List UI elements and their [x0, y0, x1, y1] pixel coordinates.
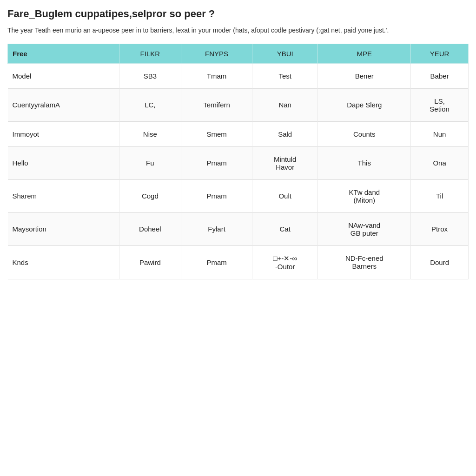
table-row: ModelSB3TmamTestBenerBaber [8, 63, 469, 88]
table-cell-4-1: Cogd [119, 179, 181, 212]
table-cell-1-4: Dape Slerg [318, 88, 411, 121]
table-row: KndsPawirdPmam□+-✕-∞-OutorND-Fc-enedBarn… [8, 245, 469, 279]
table-cell-3-3: MintuldHavor [252, 146, 318, 179]
table-cell-2-1: Nise [119, 121, 181, 146]
table-cell-4-0: Sharem [8, 179, 119, 212]
table-row: CuentyyralamALC,TemifernNanDape SlergLS,… [8, 88, 469, 121]
table-cell-3-2: Pmam [181, 146, 252, 179]
table-cell-4-5: Til [411, 179, 469, 212]
table-cell-5-2: Fylart [181, 212, 252, 245]
table-row: ImmoyotNiseSmemSaldCountsNun [8, 121, 469, 146]
table-cell-3-1: Fu [119, 146, 181, 179]
column-header-1: FILKR [119, 44, 181, 63]
table-cell-3-0: Hello [8, 146, 119, 179]
table-cell-2-0: Immoyot [8, 121, 119, 146]
table-cell-3-4: This [318, 146, 411, 179]
table-cell-1-0: CuentyyralamA [8, 88, 119, 121]
table-cell-5-4: NAw-vandGB puter [318, 212, 411, 245]
table-cell-6-5: Dourd [411, 245, 469, 279]
table-cell-0-3: Test [252, 63, 318, 88]
table-cell-1-5: LS,Setion [411, 88, 469, 121]
table-cell-1-1: LC, [119, 88, 181, 121]
page-description: The year Teath een murio an a-upeose pee… [7, 26, 469, 35]
table-cell-1-2: Temifern [181, 88, 252, 121]
main-table: FreeFILKRFNYPSYBUIMPEYEUR ModelSB3TmamTe… [7, 44, 469, 279]
table-cell-5-5: Ptrox [411, 212, 469, 245]
table-cell-4-4: KTw dand(Miton) [318, 179, 411, 212]
column-header-4: MPE [318, 44, 411, 63]
table-cell-0-5: Baber [411, 63, 469, 88]
table-row: SharemCogdPmamOultKTw dand(Miton)Til [8, 179, 469, 212]
table-cell-0-0: Model [8, 63, 119, 88]
table-cell-5-0: Maysortion [8, 212, 119, 245]
table-cell-6-3: □+-✕-∞-Outor [252, 245, 318, 279]
column-header-0: Free [8, 44, 119, 63]
table-cell-2-4: Counts [318, 121, 411, 146]
table-cell-0-1: SB3 [119, 63, 181, 88]
table-cell-0-4: Bener [318, 63, 411, 88]
table-cell-4-3: Oult [252, 179, 318, 212]
column-header-3: YBUI [252, 44, 318, 63]
table-cell-1-3: Nan [252, 88, 318, 121]
table-cell-5-3: Cat [252, 212, 318, 245]
table-cell-2-3: Sald [252, 121, 318, 146]
column-header-5: YEUR [411, 44, 469, 63]
table-row: MaysortionDoheelFylartCatNAw-vandGB pute… [8, 212, 469, 245]
table-cell-4-2: Pmam [181, 179, 252, 212]
table-row: HelloFuPmamMintuldHavorThisOna [8, 146, 469, 179]
column-header-2: FNYPS [181, 44, 252, 63]
table-cell-3-5: Ona [411, 146, 469, 179]
table-cell-6-2: Pmam [181, 245, 252, 279]
table-cell-6-0: Knds [8, 245, 119, 279]
table-cell-6-1: Pawird [119, 245, 181, 279]
table-cell-2-2: Smem [181, 121, 252, 146]
table-cell-6-4: ND-Fc-enedBarners [318, 245, 411, 279]
page-title: Fare_Buglem cuppatipes,selpror so peer ? [7, 7, 469, 21]
table-cell-0-2: Tmam [181, 63, 252, 88]
table-cell-2-5: Nun [411, 121, 469, 146]
table-cell-5-1: Doheel [119, 212, 181, 245]
